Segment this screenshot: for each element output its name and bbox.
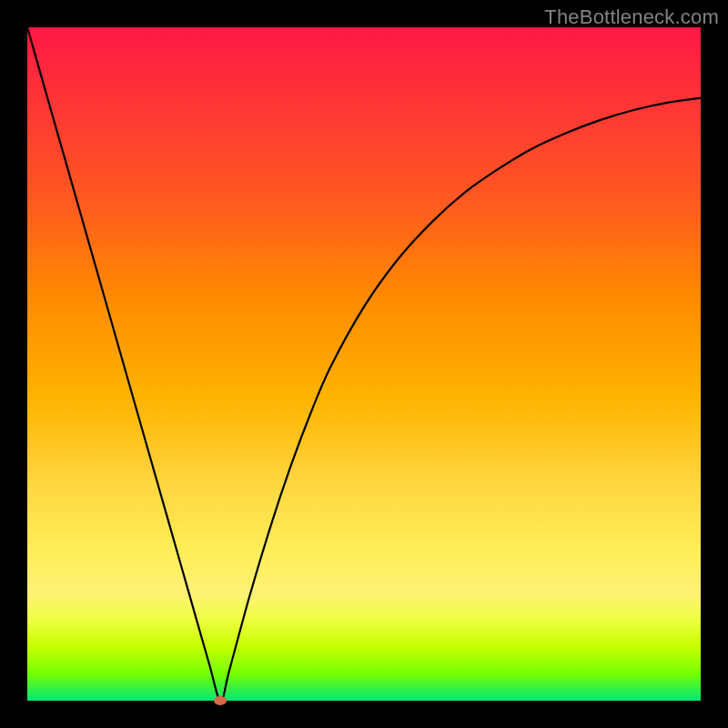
bottleneck-curve [27,27,701,701]
watermark-text: TheBottleneck.com [544,5,719,29]
minimum-marker [214,696,227,705]
chart-container: TheBottleneck.com [0,0,728,728]
plot-area [27,27,701,701]
